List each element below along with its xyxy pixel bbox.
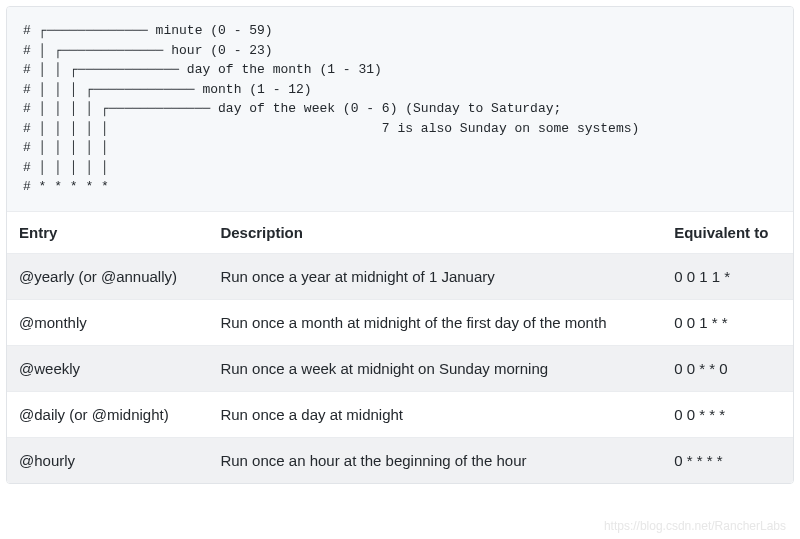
code-line: # │ │ │ ┌───────────── month (1 - 12) <box>23 82 312 97</box>
cron-shortcuts-table: Entry Description Equivalent to @yearly … <box>7 211 793 483</box>
watermark-text: https://blog.csdn.net/RancherLabs <box>604 519 786 533</box>
cell-equivalent: 0 0 * * 0 <box>662 345 793 391</box>
header-entry: Entry <box>7 211 208 253</box>
code-line: # * * * * * <box>23 179 109 194</box>
cell-entry: @monthly <box>7 299 208 345</box>
table-row: @yearly (or @annually) Run once a year a… <box>7 253 793 299</box>
table-row: @weekly Run once a week at midnight on S… <box>7 345 793 391</box>
table-row: @hourly Run once an hour at the beginnin… <box>7 437 793 483</box>
cell-equivalent: 0 0 1 * * <box>662 299 793 345</box>
cell-description: Run once a day at midnight <box>208 391 662 437</box>
header-equivalent: Equivalent to <box>662 211 793 253</box>
table-row: @daily (or @midnight) Run once a day at … <box>7 391 793 437</box>
code-line: # │ │ ┌───────────── day of the month (1… <box>23 62 382 77</box>
cron-syntax-diagram: # ┌───────────── minute (0 - 59) # │ ┌──… <box>7 7 793 211</box>
table-header-row: Entry Description Equivalent to <box>7 211 793 253</box>
code-line: # │ │ │ │ ┌───────────── day of the week… <box>23 101 561 116</box>
cell-entry: @weekly <box>7 345 208 391</box>
cell-equivalent: 0 0 * * * <box>662 391 793 437</box>
cell-description: Run once a week at midnight on Sunday mo… <box>208 345 662 391</box>
code-line: # ┌───────────── minute (0 - 59) <box>23 23 273 38</box>
cell-entry: @yearly (or @annually) <box>7 253 208 299</box>
document-container: # ┌───────────── minute (0 - 59) # │ ┌──… <box>6 6 794 484</box>
cell-description: Run once a month at midnight of the firs… <box>208 299 662 345</box>
code-line: # │ │ │ │ │ 7 is also Sunday on some sys… <box>23 121 639 136</box>
cron-shortcuts-table-wrapper: Entry Description Equivalent to @yearly … <box>7 211 793 483</box>
code-line: # │ ┌───────────── hour (0 - 23) <box>23 43 273 58</box>
cell-entry: @hourly <box>7 437 208 483</box>
cell-entry: @daily (or @midnight) <box>7 391 208 437</box>
table-row: @monthly Run once a month at midnight of… <box>7 299 793 345</box>
header-description: Description <box>208 211 662 253</box>
cell-equivalent: 0 * * * * <box>662 437 793 483</box>
cell-description: Run once a year at midnight of 1 January <box>208 253 662 299</box>
cell-description: Run once an hour at the beginning of the… <box>208 437 662 483</box>
code-line: # │ │ │ │ │ <box>23 160 109 175</box>
cell-equivalent: 0 0 1 1 * <box>662 253 793 299</box>
code-line: # │ │ │ │ │ <box>23 140 109 155</box>
